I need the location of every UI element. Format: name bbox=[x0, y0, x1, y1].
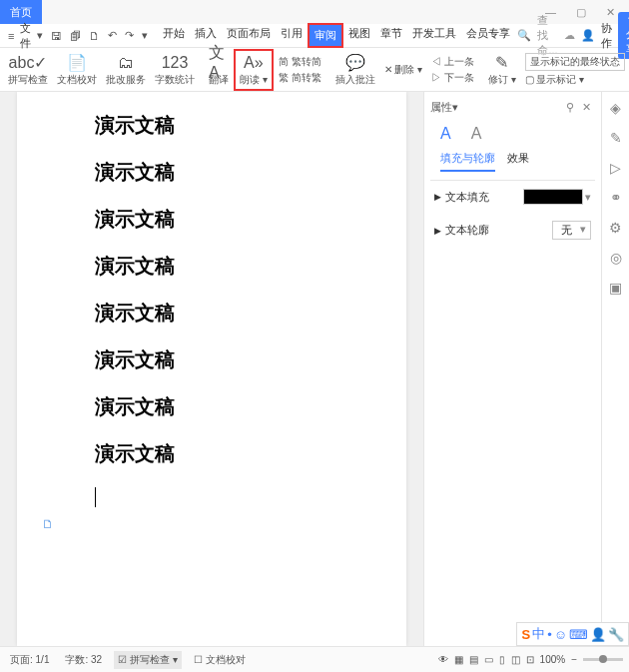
text-outline-row[interactable]: ▶ 文本轮廓 无 ▾ bbox=[430, 213, 595, 248]
color-swatch[interactable] bbox=[523, 189, 583, 205]
save-icon[interactable]: 🖫 bbox=[49, 28, 64, 44]
trad-to-simp[interactable]: 简 繁转简 bbox=[279, 55, 321, 69]
tab-dev[interactable]: 开发工具 bbox=[407, 23, 461, 48]
ime-emoji-icon[interactable]: ☺ bbox=[554, 627, 567, 642]
zoom-fit-icon[interactable]: ⊡ bbox=[526, 654, 534, 665]
simplified-traditional[interactable]: 简 繁转简 繁 简转繁 bbox=[275, 53, 325, 87]
expand-icon[interactable]: ▶ bbox=[434, 226, 441, 236]
text-line[interactable]: 演示文稿 bbox=[47, 159, 376, 186]
tab-review[interactable]: 审阅 bbox=[308, 23, 343, 48]
tab-view[interactable]: 视图 bbox=[343, 23, 375, 48]
nav-icon[interactable]: ◫ bbox=[511, 654, 520, 665]
document-area[interactable]: 演示文稿 演示文稿 演示文稿 演示文稿 演示文稿 演示文稿 演示文稿 演示文稿 … bbox=[0, 92, 423, 646]
undo-icon[interactable]: ↶ bbox=[106, 27, 119, 44]
cloud-icon[interactable]: ☁ bbox=[564, 29, 575, 42]
properties-panel: 属性 ▾ ⚲ ✕ A A 填充与轮廓 效果 ▶ 文本填充 ▾ ▶ 文本轮廓 无 … bbox=[423, 92, 601, 646]
screen-icon[interactable]: ▣ bbox=[609, 280, 622, 296]
text-line[interactable]: 演示文稿 bbox=[47, 440, 376, 467]
zoom-slider[interactable] bbox=[583, 658, 623, 661]
ime-lang[interactable]: 中 bbox=[532, 625, 545, 643]
text-format-icon[interactable]: A bbox=[440, 125, 451, 143]
tab-reference[interactable]: 引用 bbox=[276, 23, 308, 48]
dropdown-icon[interactable]: ▾ bbox=[35, 27, 45, 44]
markup-display-select[interactable]: 显示标记的最终状态 bbox=[525, 53, 625, 71]
tab-layout[interactable]: 页面布局 bbox=[222, 23, 276, 48]
spell-check-button[interactable]: abc✓ 拼写检查 bbox=[4, 51, 52, 89]
text-line[interactable]: 演示文稿 bbox=[47, 393, 376, 420]
tab-chapter[interactable]: 章节 bbox=[375, 23, 407, 48]
zoom-value[interactable]: 100% bbox=[540, 654, 566, 665]
view-web-icon[interactable]: ▭ bbox=[484, 654, 493, 665]
close-panel-icon[interactable]: ✕ bbox=[578, 101, 595, 114]
props-title: 属性 bbox=[430, 100, 452, 115]
insert-comment-button[interactable]: 💬 插入批注 bbox=[331, 51, 379, 89]
status-spell[interactable]: ☑ 拼写检查 ▾ bbox=[114, 651, 182, 669]
prev-comment[interactable]: ◁ 上一条 bbox=[431, 55, 474, 69]
ime-user-icon[interactable]: 👤 bbox=[590, 627, 606, 642]
wordcount-button[interactable]: 123 字数统计 bbox=[151, 51, 199, 89]
eye-icon[interactable]: 👁 bbox=[438, 654, 448, 665]
revise-button[interactable]: ✎ 修订 ▾ bbox=[484, 51, 520, 89]
user-icon[interactable]: 👤 bbox=[581, 29, 595, 42]
text-line[interactable]: 演示文稿 bbox=[47, 253, 376, 280]
ime-bar[interactable]: S 中 • ☺ ⌨ 👤 🔧 bbox=[516, 622, 629, 646]
text-line[interactable]: 演示文稿 bbox=[47, 300, 376, 327]
text-line[interactable]: 演示文稿 bbox=[47, 112, 376, 139]
file-menu[interactable]: 文件 bbox=[20, 21, 31, 51]
text-line[interactable]: 演示文稿 bbox=[47, 206, 376, 233]
dropdown-icon[interactable]: ▾ bbox=[140, 27, 150, 44]
tab-start[interactable]: 开始 bbox=[158, 23, 190, 48]
ime-tool-icon[interactable]: 🔧 bbox=[608, 627, 624, 642]
text-effect-icon[interactable]: A bbox=[471, 125, 482, 143]
page[interactable]: 演示文稿 演示文稿 演示文稿 演示文稿 演示文稿 演示文稿 演示文稿 演示文稿 bbox=[17, 92, 406, 646]
ime-punct-icon[interactable]: • bbox=[547, 627, 552, 642]
print-icon[interactable]: 🗐 bbox=[68, 28, 83, 44]
page-indicator[interactable]: 页面: 1/1 bbox=[6, 651, 53, 669]
simp-to-trad[interactable]: 繁 简转繁 bbox=[279, 71, 321, 85]
proof-icon: 📄 bbox=[67, 53, 87, 73]
translate-button[interactable]: 文A 翻译 bbox=[205, 51, 233, 89]
search-icon[interactable]: 🔍 bbox=[517, 29, 531, 42]
subtab-fill[interactable]: 填充与轮廓 bbox=[440, 151, 495, 172]
preview-icon[interactable]: 🗋 bbox=[87, 28, 102, 44]
text-fill-row[interactable]: ▶ 文本填充 ▾ bbox=[430, 181, 595, 213]
zoom-thumb[interactable] bbox=[599, 655, 607, 663]
side-toolbar: ◈ ✎ ▷ ⚭ ⚙ ◎ ▣ ⋯ bbox=[601, 92, 629, 646]
select-icon[interactable]: ▷ bbox=[610, 160, 621, 176]
tab-member[interactable]: 会员专享 bbox=[461, 23, 515, 48]
show-markup[interactable]: ▢ 显示标记 ▾ bbox=[525, 73, 625, 87]
page-icon[interactable]: 🗋 bbox=[42, 517, 54, 531]
view-read-icon[interactable]: ▯ bbox=[499, 654, 505, 665]
pin-icon[interactable]: ⚲ bbox=[562, 101, 578, 114]
collab-label[interactable]: 协作 bbox=[601, 21, 612, 51]
text-line[interactable]: 演示文稿 bbox=[47, 346, 376, 373]
read-aloud-button[interactable]: A» 朗读 ▾ bbox=[234, 49, 274, 91]
view-outline-icon[interactable]: ▤ bbox=[469, 654, 478, 665]
location-icon[interactable]: ◎ bbox=[610, 250, 622, 266]
batch-button[interactable]: 🗂 批改服务 bbox=[102, 51, 150, 89]
word-count[interactable]: 字数: 32 bbox=[61, 651, 106, 669]
settings-icon[interactable]: ⚙ bbox=[609, 220, 622, 236]
sogou-icon[interactable]: S bbox=[521, 627, 530, 642]
wordcount-icon: 123 bbox=[162, 53, 189, 73]
view-page-icon[interactable]: ▦ bbox=[454, 654, 463, 665]
menu-icon[interactable]: ≡ bbox=[6, 28, 16, 44]
cursor-line[interactable] bbox=[47, 487, 376, 509]
next-comment[interactable]: ▷ 下一条 bbox=[431, 71, 474, 85]
pen-icon[interactable]: ✎ bbox=[610, 130, 622, 146]
link-icon[interactable]: ⚭ bbox=[610, 190, 622, 206]
content-area: 演示文稿 演示文稿 演示文稿 演示文稿 演示文稿 演示文稿 演示文稿 演示文稿 … bbox=[0, 92, 629, 646]
ime-keyboard-icon[interactable]: ⌨ bbox=[569, 627, 588, 642]
comment-icon: 💬 bbox=[345, 53, 365, 73]
delete-comment[interactable]: ✕ 删除 ▾ bbox=[384, 63, 423, 77]
subtab-effect[interactable]: 效果 bbox=[507, 151, 529, 172]
dropdown-icon[interactable]: ▾ bbox=[585, 191, 591, 204]
redo-icon[interactable]: ↷ bbox=[123, 27, 136, 44]
style-icon[interactable]: ◈ bbox=[610, 100, 621, 116]
outline-select[interactable]: 无 ▾ bbox=[552, 221, 591, 240]
doc-proof-button[interactable]: 📄 文档校对 bbox=[53, 51, 101, 89]
props-subtabs: 填充与轮廓 效果 bbox=[430, 147, 595, 181]
expand-icon[interactable]: ▶ bbox=[434, 192, 441, 202]
zoom-out-icon[interactable]: − bbox=[571, 654, 577, 665]
status-proof[interactable]: ☐ 文档校对 bbox=[190, 651, 250, 669]
